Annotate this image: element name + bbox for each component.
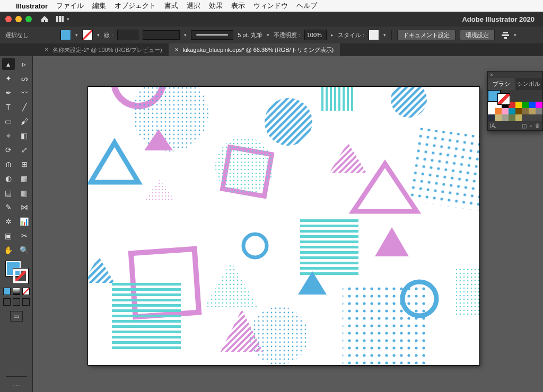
document-tab[interactable]: × 名称未設定-2* @ 100% (RGB/プレビュー): [38, 43, 169, 56]
line-tool[interactable]: ╱: [18, 101, 31, 113]
rotate-tool[interactable]: ⟳: [2, 144, 15, 156]
swatch-cell[interactable]: [495, 114, 502, 121]
chevron-down-icon[interactable]: ▾: [383, 32, 386, 38]
type-tool[interactable]: T: [2, 101, 15, 113]
close-tab-icon[interactable]: ×: [175, 46, 179, 54]
eraser-tool[interactable]: ◧: [18, 130, 31, 141]
menu-object[interactable]: オブジェクト: [115, 1, 156, 11]
swatch-cell[interactable]: [515, 114, 522, 121]
swatch-cell[interactable]: [529, 102, 536, 108]
graphic-style-swatch[interactable]: [369, 30, 379, 40]
menu-type[interactable]: 書式: [164, 1, 178, 11]
perspective-grid-tool[interactable]: ▦: [18, 173, 31, 184]
panel-show-icon[interactable]: ◫: [522, 123, 527, 129]
swatch-cell[interactable]: [515, 102, 522, 108]
color-mode-none-icon[interactable]: [22, 288, 30, 295]
swatch-cell[interactable]: [495, 108, 502, 114]
brush-dropdown[interactable]: [191, 30, 233, 40]
swatch-cell[interactable]: [502, 114, 509, 121]
edit-toolbar-icon[interactable]: ⋯: [13, 381, 20, 390]
document-setup-button[interactable]: ドキュメント設定: [397, 30, 456, 40]
draw-normal-icon[interactable]: [3, 298, 11, 306]
menu-file[interactable]: ファイル: [56, 1, 84, 11]
swatch-cell[interactable]: [502, 108, 509, 114]
shaper-tool[interactable]: ⌖: [2, 130, 15, 141]
draw-inside-icon[interactable]: [22, 298, 30, 306]
stroke-color-icon[interactable]: [13, 269, 28, 283]
arrange-documents-icon[interactable]: ▾: [56, 16, 69, 22]
gradient-tool[interactable]: ▥: [18, 187, 31, 199]
shape-builder-tool[interactable]: ◐: [2, 173, 15, 184]
width-tool[interactable]: ⫙: [2, 158, 15, 170]
scale-tool[interactable]: ⤢: [18, 144, 31, 156]
align-icon[interactable]: [501, 31, 510, 39]
panel-close-icon[interactable]: ×: [488, 72, 542, 78]
color-mode-gradient-icon[interactable]: [13, 288, 20, 295]
panel-delete-icon[interactable]: 🗑: [535, 123, 540, 129]
menu-help[interactable]: ヘルプ: [296, 1, 317, 11]
direct-selection-tool[interactable]: ▹: [18, 58, 31, 70]
document-tab[interactable]: × kikagaku_bluepink.eps* @ 66.36% (RGB/ト…: [169, 43, 340, 56]
artboard[interactable]: [88, 87, 479, 365]
fill-stroke-indicator[interactable]: [6, 261, 27, 282]
app-menu[interactable]: Illustrator: [16, 2, 48, 10]
pen-tool[interactable]: ✒: [2, 87, 15, 99]
panel-library-icon[interactable]: IA.: [490, 123, 496, 129]
blend-tool[interactable]: ⋈: [18, 201, 31, 213]
slice-tool[interactable]: ✂: [18, 230, 31, 242]
screen-mode-icon[interactable]: ▭: [10, 311, 23, 322]
chevron-down-icon[interactable]: ▾: [75, 32, 78, 38]
mesh-tool[interactable]: ▤: [2, 187, 15, 199]
eyedropper-tool[interactable]: ✎: [2, 201, 15, 213]
menu-window[interactable]: ウィンドウ: [253, 1, 288, 11]
minimize-window-icon[interactable]: [15, 16, 22, 22]
swatch-cell[interactable]: [536, 114, 542, 121]
close-window-icon[interactable]: [5, 16, 12, 22]
hand-tool[interactable]: ✋: [2, 244, 15, 256]
paintbrush-tool[interactable]: 🖌: [18, 115, 31, 127]
chevron-down-icon[interactable]: ▾: [184, 32, 187, 38]
preferences-button[interactable]: 環境設定: [460, 30, 495, 40]
draw-behind-icon[interactable]: [13, 298, 20, 306]
lasso-tool[interactable]: ᔕ: [18, 73, 31, 84]
color-mode-solid-icon[interactable]: [3, 288, 11, 295]
free-transform-tool[interactable]: ⊞: [18, 158, 31, 170]
swatch-cell[interactable]: [509, 114, 515, 121]
swatch-cell[interactable]: [536, 108, 542, 114]
swatch-cell[interactable]: [515, 108, 522, 114]
panel-tab-brushes[interactable]: ブラシ: [488, 78, 515, 90]
zoom-tool[interactable]: 🔍: [18, 244, 31, 256]
curvature-tool[interactable]: 〰: [18, 87, 31, 99]
fill-swatch[interactable]: [60, 30, 71, 40]
chevron-down-icon[interactable]: ▾: [267, 32, 269, 38]
magic-wand-tool[interactable]: ✦: [2, 73, 15, 84]
opacity-input[interactable]: [304, 30, 327, 40]
column-graph-tool[interactable]: 📊: [18, 216, 31, 227]
stroke-weight-input[interactable]: [117, 30, 138, 40]
chevron-down-icon[interactable]: ▾: [97, 32, 100, 38]
menu-view[interactable]: 表示: [231, 1, 245, 11]
close-tab-icon[interactable]: ×: [45, 46, 48, 54]
menu-edit[interactable]: 編集: [92, 1, 106, 11]
rectangle-tool[interactable]: ▭: [2, 115, 15, 127]
panel-tab-symbols[interactable]: シンボル: [515, 78, 543, 90]
swatch-cell[interactable]: [488, 114, 495, 121]
swatch-cell[interactable]: [522, 108, 529, 114]
swatch-cell[interactable]: [522, 102, 529, 108]
selection-tool[interactable]: ▴: [2, 58, 15, 70]
zoom-window-icon[interactable]: [25, 16, 32, 22]
home-icon[interactable]: [40, 15, 49, 23]
swatch-cell[interactable]: [509, 108, 515, 114]
swatch-cell[interactable]: [536, 102, 542, 108]
swatch-cell[interactable]: [529, 114, 536, 121]
canvas-area[interactable]: [33, 56, 543, 392]
artboard-tool[interactable]: ▣: [2, 230, 15, 242]
swatch-cell[interactable]: [522, 114, 529, 121]
panel-new-icon[interactable]: ▫: [530, 123, 532, 129]
stroke-profile-dropdown[interactable]: [143, 30, 180, 40]
chevron-right-icon[interactable]: ▸: [331, 32, 334, 38]
menu-select[interactable]: 選択: [187, 1, 200, 11]
panel-stroke-swatch[interactable]: [497, 93, 510, 105]
chevron-down-icon[interactable]: ▾: [514, 32, 516, 38]
symbol-sprayer-tool[interactable]: ✲: [2, 216, 15, 227]
